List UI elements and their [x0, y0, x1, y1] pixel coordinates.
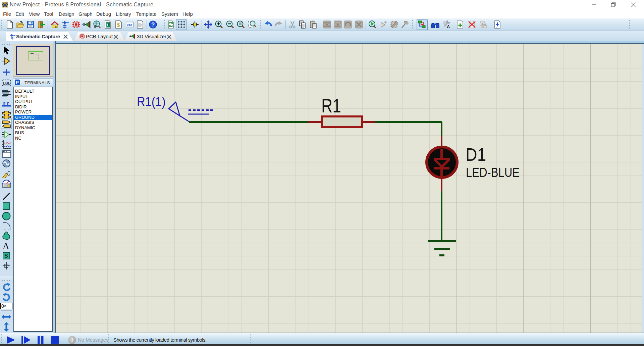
svg-text:A: A	[447, 24, 450, 29]
svg-text:01o: 01o	[127, 23, 132, 27]
svg-text:LBL: LBL	[3, 81, 10, 85]
svg-text:?: ?	[151, 21, 155, 28]
svg-text:S: S	[4, 253, 8, 259]
svg-text:$: $	[117, 22, 120, 28]
